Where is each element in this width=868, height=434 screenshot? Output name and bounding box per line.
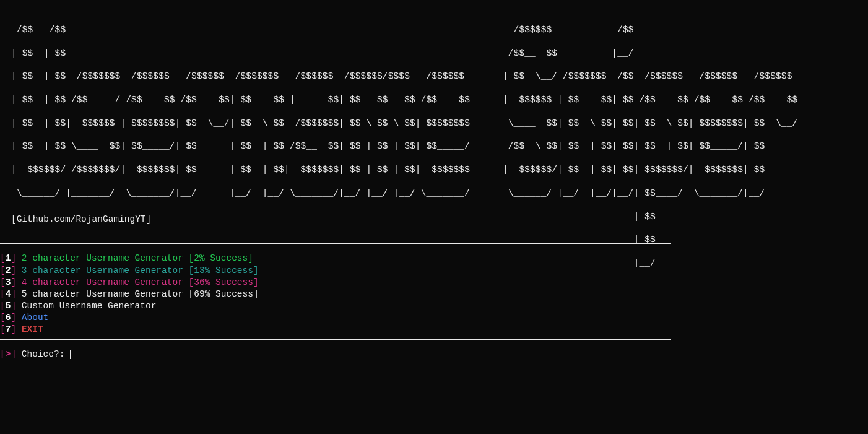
menu-item-3[interactable]: [3] 4 character Username Generator [36% … [0,277,868,289]
bracket-close: ] [11,324,16,334]
bracket-open: [ [0,277,6,287]
menu-label: EXIT [22,324,43,334]
menu-label: 4 character Username Generator [36% Succ… [22,277,259,287]
menu-label: 3 character Username Generator [13% Succ… [22,266,259,276]
bracket-open: [ [0,266,6,276]
bracket-close: ] [11,253,16,263]
menu-label: 2 character Username Generator [2% Succe… [22,253,253,263]
bracket-open: [ [0,349,6,360]
ascii-banner: /$$ /$$ /$$$$$$ /$$ | $$ | $$ [0,0,868,276]
prompt-label: Choice?: [22,349,65,360]
menu-item-7[interactable]: [7] EXIT [0,324,868,336]
menu-item-6[interactable]: [6] About [0,312,868,324]
bracket-open: [ [0,301,6,311]
menu-label: About [22,313,49,323]
bracket-open: [ [0,253,6,263]
prompt-symbol: > [6,349,11,360]
menu-label: Custom Username Generator [22,301,157,311]
choice-input[interactable] [70,350,194,359]
bracket-close: ] [11,289,16,299]
bracket-open: [ [0,289,6,299]
bracket-open: [ [0,313,6,323]
terminal-screen: /$$ /$$ /$$$$$$ /$$ | $$ | $$ [0,0,868,360]
menu-label: 5 character Username Generator [69% Succ… [22,289,259,299]
bracket-close: ] [11,277,16,287]
menu-item-5[interactable]: [5] Custom Username Generator [0,300,868,312]
bracket-close: ] [11,266,16,276]
bracket-close: ] [11,349,16,360]
bracket-open: [ [0,324,6,334]
menu-item-4[interactable]: [4] 5 character Username Generator [69% … [0,289,868,300]
prompt-line: [>] Choice?: [0,341,868,360]
bracket-close: ] [11,313,16,323]
bracket-close: ] [11,301,16,311]
